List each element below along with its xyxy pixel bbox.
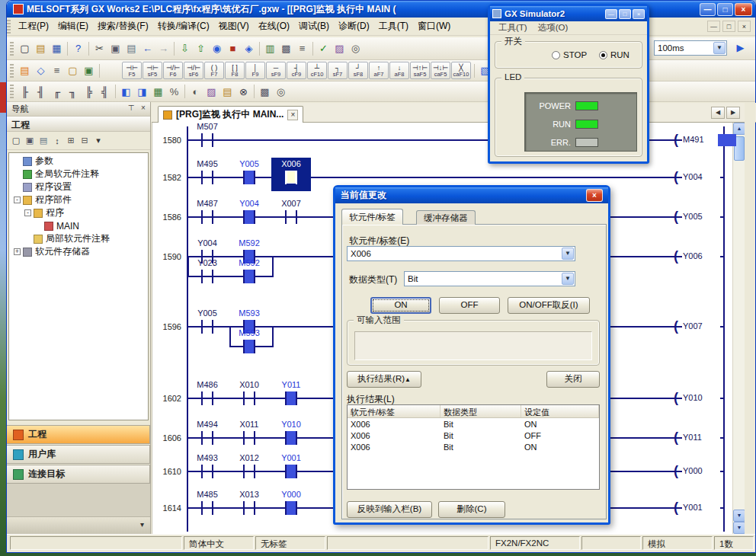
tree-item-MAIN[interactable]: MAIN bbox=[9, 219, 148, 232]
nav-collapse-all-icon[interactable]: ⊟ bbox=[78, 134, 91, 148]
ladder-editor-icon[interactable]: ▤ bbox=[17, 63, 33, 78]
menubar-grip[interactable] bbox=[7, 20, 11, 34]
menu-item[interactable]: 搜索/替换(F) bbox=[93, 18, 153, 35]
result-row[interactable]: X006BitON bbox=[348, 418, 599, 430]
collapse-icon[interactable]: - bbox=[24, 209, 31, 216]
sfc-editor-icon[interactable]: ◇ bbox=[33, 63, 49, 78]
ladder-symbol-caf10-button[interactable]: ╳caF10 bbox=[451, 62, 471, 79]
statement-icon[interactable]: ≡ bbox=[49, 63, 65, 78]
tab-close-icon[interactable]: × bbox=[287, 110, 298, 120]
ladder-symbol-cf9-button[interactable]: ┤cF9 bbox=[287, 62, 306, 79]
scaling-icon[interactable]: % bbox=[166, 84, 182, 99]
paste-icon[interactable]: ▤ bbox=[123, 41, 139, 56]
simulator-maximize-button[interactable]: □ bbox=[619, 9, 631, 19]
scan-combo-dropdown-icon[interactable]: ▼ bbox=[713, 42, 726, 54]
ladder-symbol-f8-button[interactable]: [ ]F8 bbox=[225, 62, 245, 79]
tab-scroll-right-icon[interactable]: ▶ bbox=[726, 107, 740, 119]
toolbar-grip[interactable] bbox=[10, 85, 14, 98]
edit-line-icon[interactable]: ◧ bbox=[118, 84, 134, 99]
off-button[interactable]: OFF bbox=[439, 297, 500, 314]
nav-button-user-library[interactable]: 用户库 bbox=[7, 445, 150, 464]
reflect-to-input-button[interactable]: 反映到输入栏(B) bbox=[347, 501, 432, 518]
execution-result-button[interactable]: 执行结果(R)▲ bbox=[347, 371, 421, 388]
parameter-icon[interactable]: ▨ bbox=[332, 41, 348, 56]
skip-execution-icon[interactable]: ▨ bbox=[203, 84, 219, 99]
menu-item[interactable]: 工具(T) bbox=[374, 18, 413, 35]
menu-item[interactable]: 工程(P) bbox=[14, 18, 53, 35]
tree-item-程序设置[interactable]: 程序设置 bbox=[9, 181, 148, 193]
ladder-symbol-f6-button[interactable]: ⊣/⊢F6 bbox=[163, 62, 183, 79]
dialog-close-button[interactable]: × bbox=[586, 189, 603, 202]
ladder-symbol-af8-button[interactable]: ↓aF8 bbox=[389, 62, 409, 79]
on-off-invert-button[interactable]: ON/OFF取反(I) bbox=[508, 297, 590, 314]
ladder-symbol-sf9-button[interactable]: ─sF9 bbox=[266, 62, 286, 79]
more-views-icon[interactable]: ▾ bbox=[140, 520, 144, 529]
monitor-write-icon[interactable]: ◈ bbox=[241, 41, 257, 56]
close-button[interactable]: × bbox=[735, 3, 752, 16]
nav-close-icon[interactable]: × bbox=[138, 104, 149, 112]
column-device-label[interactable]: 软元件/标签 bbox=[348, 405, 440, 417]
simulator-menu-item[interactable]: 工具(T) bbox=[493, 21, 533, 35]
tab-main-program[interactable]: [PRG]监视 执行中 MAIN... × bbox=[158, 106, 303, 123]
column-data-type[interactable]: 数据类型 bbox=[440, 405, 521, 417]
device-comment-icon[interactable]: ▣ bbox=[81, 63, 97, 78]
scroll-page-down-icon[interactable]: ▼ bbox=[733, 510, 745, 522]
program-check-icon[interactable]: ✓ bbox=[316, 41, 332, 56]
device-combo-dropdown-icon[interactable]: ▼ bbox=[562, 248, 574, 260]
insert-rung-icon[interactable]: ╟ bbox=[17, 84, 33, 99]
verify-icon[interactable]: ≡ bbox=[294, 41, 310, 56]
device-combo[interactable]: X006 ▼ bbox=[347, 246, 575, 261]
tree-item-全局软元件注释[interactable]: 全局软元件注释 bbox=[9, 168, 148, 181]
on-button[interactable]: ON bbox=[370, 297, 431, 314]
zoom-icon[interactable]: ◎ bbox=[273, 84, 289, 99]
simulator-close-button[interactable]: × bbox=[633, 9, 645, 19]
data-type-combo-dropdown-icon[interactable]: ▼ bbox=[562, 273, 574, 285]
ladder-symbol-f5-button[interactable]: ⊣⊢F5 bbox=[122, 62, 142, 79]
nav-button-project[interactable]: 工程 bbox=[7, 425, 150, 444]
maximize-button[interactable]: □ bbox=[717, 3, 733, 16]
undo-icon[interactable]: ← bbox=[139, 41, 155, 56]
insert-column-icon[interactable]: ╠ bbox=[81, 84, 97, 99]
menu-item[interactable]: 在线(O) bbox=[254, 18, 294, 35]
new-icon[interactable]: ▢ bbox=[17, 41, 33, 56]
simulator-minimize-button[interactable]: — bbox=[605, 9, 617, 19]
collapse-icon[interactable]: - bbox=[14, 197, 21, 203]
mdi-minimize-button[interactable]: — bbox=[707, 21, 720, 32]
ladder-symbol-f7-button[interactable]: ( )F7 bbox=[204, 62, 224, 79]
copy-icon[interactable]: ▣ bbox=[107, 41, 123, 56]
mdi-restore-button[interactable]: □ bbox=[722, 21, 735, 32]
step-execution-icon[interactable]: ⊗ bbox=[235, 84, 251, 99]
tree-item-程序[interactable]: -程序 bbox=[9, 206, 148, 219]
ladder-symbol-sf5-button[interactable]: ⊣⊢sF5 bbox=[143, 62, 162, 79]
result-row[interactable]: X006BitOFF bbox=[348, 430, 599, 441]
ladder-symbol-cf10-button[interactable]: ┴cF10 bbox=[307, 62, 327, 79]
menu-item[interactable]: 诊断(D) bbox=[334, 18, 374, 35]
ladder-symbol-sf7-button[interactable]: ┐sF7 bbox=[328, 62, 348, 79]
scroll-up-icon[interactable]: ▲ bbox=[733, 123, 745, 135]
device-test-icon[interactable]: ◐ bbox=[187, 84, 203, 99]
comment-display-icon[interactable]: ▩ bbox=[257, 84, 273, 99]
cross-reference-icon[interactable]: ◎ bbox=[348, 41, 364, 56]
dialog-titlebar[interactable]: 当前值更改 × bbox=[335, 187, 608, 203]
menu-item[interactable]: 窗口(W) bbox=[413, 18, 455, 35]
note-icon[interactable]: ▢ bbox=[65, 63, 81, 78]
save-icon[interactable]: ▦ bbox=[49, 41, 65, 56]
execution-result-list[interactable]: 软元件/标签 数据类型 设定值 X006BitONX006BitOFFX006B… bbox=[347, 404, 600, 490]
nav-sort-icon[interactable]: ↕ bbox=[50, 134, 64, 148]
redo-icon[interactable]: → bbox=[155, 41, 171, 56]
navigation-more-bar[interactable]: ▾ bbox=[7, 516, 150, 534]
nav-dropdown-icon[interactable]: ▾ bbox=[91, 134, 105, 148]
scrollbar-thumb[interactable] bbox=[734, 136, 745, 161]
simulator-titlebar[interactable]: GX Simulator2 — □ × bbox=[490, 6, 647, 21]
tree-item-程序部件[interactable]: -程序部件 bbox=[9, 193, 148, 206]
ladder-symbol-sf6-button[interactable]: ⊣/⊢sF6 bbox=[184, 62, 203, 79]
menu-item[interactable]: 编辑(E) bbox=[53, 18, 93, 35]
nav-copy-icon[interactable]: ▣ bbox=[23, 134, 37, 148]
tree-item-参数[interactable]: 参数 bbox=[9, 155, 148, 168]
insert-row-icon[interactable]: ╓ bbox=[49, 84, 65, 99]
monitor-mode-icon[interactable]: ◉ bbox=[209, 41, 225, 56]
expand-icon[interactable]: + bbox=[14, 248, 21, 255]
nav-new-icon[interactable]: ▢ bbox=[9, 134, 23, 148]
partial-execution-icon[interactable]: ▤ bbox=[219, 84, 235, 99]
data-type-combo[interactable]: Bit ▼ bbox=[404, 271, 575, 286]
